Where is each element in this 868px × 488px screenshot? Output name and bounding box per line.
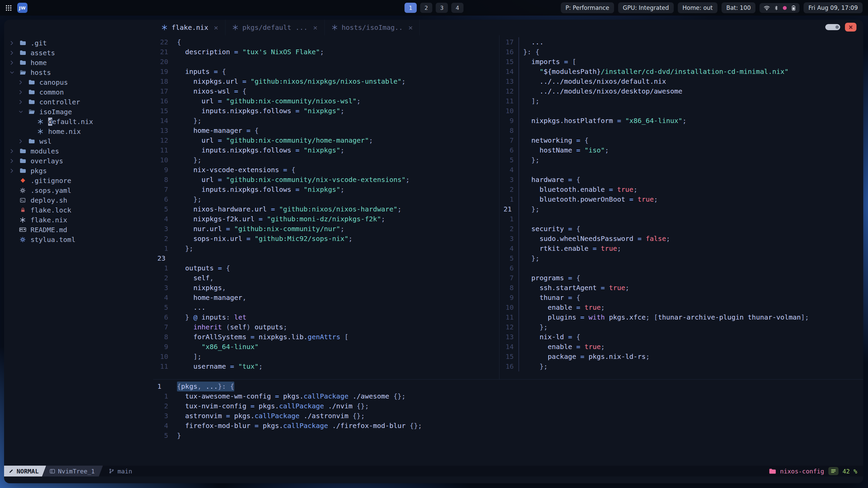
tree-item-home.nix[interactable]: home.nix (4, 126, 153, 136)
code-text: ../../modules/nixos/desktop/awesome (523, 86, 683, 96)
code-line: 10 enable = true; (499, 303, 863, 312)
tree-item-stylua.toml[interactable]: stylua.toml (4, 235, 153, 244)
code-line: 8 (499, 126, 863, 136)
tab-close-icon[interactable]: × (214, 23, 218, 32)
code-text: hostName = "iso"; (523, 145, 609, 155)
chevron-right-icon[interactable] (9, 159, 15, 163)
chevron-down-icon[interactable] (18, 110, 24, 113)
workspace-2[interactable]: 2 (420, 3, 432, 13)
file-tree[interactable]: .gitassetshomehostscanopuscommoncontroll… (4, 35, 153, 466)
chevron-right-icon[interactable] (18, 139, 24, 143)
buffer-tab-hosts-isoImag..[interactable]: hosts/isoImag..× (325, 20, 420, 35)
tree-item-flake.nix[interactable]: flake.nix (4, 215, 153, 225)
tab-close-icon[interactable]: × (313, 23, 317, 32)
code-text: package = pkgs.nix-ld-rs; (523, 352, 650, 362)
code-line: 4 firefox-mod-blur = pkgs.callPackage ./… (153, 421, 863, 431)
chevron-right-icon[interactable] (18, 90, 24, 94)
tree-item-hosts[interactable]: hosts (4, 67, 153, 77)
chevron-right-icon[interactable] (9, 149, 15, 153)
code-line: 1 }; (153, 244, 499, 253)
battery-icon[interactable] (792, 5, 795, 11)
tree-item-modules[interactable]: modules (4, 146, 153, 156)
tree-item-controller[interactable]: controller (4, 97, 153, 107)
tree-item-default.nix[interactable]: default.nix (4, 117, 153, 126)
tree-item-deploy.sh[interactable]: deploy.sh (4, 195, 153, 205)
pane-flake-nix[interactable]: 22{21 description = "tux's NixOS Flake";… (153, 35, 499, 379)
workspace-1[interactable]: 1 (405, 3, 417, 13)
bluetooth-icon[interactable] (775, 5, 778, 11)
nix-icon (36, 119, 45, 125)
code-line: 3 hardware = { (499, 175, 863, 185)
chevron-right-icon[interactable] (9, 51, 15, 55)
line-number: 13 (499, 332, 519, 342)
chevron-right-icon[interactable] (18, 80, 24, 84)
workspace-3[interactable]: 3 (436, 3, 448, 13)
code-text: networking = { (523, 136, 589, 145)
line-number: 13 (499, 77, 519, 86)
chevron-right-icon[interactable] (9, 41, 15, 45)
chevron-right-icon[interactable] (9, 61, 15, 65)
line-number: 7 (499, 273, 519, 283)
tree-item-README.md[interactable]: README.md (4, 225, 153, 235)
window-pill-button[interactable] (825, 24, 840, 30)
line-number: 3 (153, 224, 173, 234)
buffer-tab-flake.nix[interactable]: flake.nix× (155, 20, 225, 35)
code-text: hardware = { (523, 175, 580, 185)
folder-icon (27, 99, 36, 104)
line-number: 1 (153, 244, 173, 253)
code-line: 12 url = "github:nix-community/home-mana… (153, 136, 499, 145)
code-text: ../../modules/nixos/default.nix (523, 77, 666, 86)
status-chip-3[interactable]: Bat: 100 (722, 2, 755, 13)
tree-item-.sops.yaml[interactable]: .sops.yaml (4, 185, 153, 195)
status-chip-0[interactable]: P: Performance (561, 2, 614, 13)
code-text: nur.url = "github:nix-community/nur"; (177, 224, 344, 234)
tree-item-wsl[interactable]: wsl (4, 136, 153, 146)
tree-item-pkgs[interactable]: pkgs (4, 166, 153, 176)
workspace-4[interactable]: 4 (451, 3, 463, 13)
code-line: 3 nur.url = "github:nix-community/nur"; (153, 224, 499, 234)
tree-item-flake.lock[interactable]: flake.lock (4, 205, 153, 215)
line-number: 17 (499, 37, 519, 47)
window-close-button[interactable]: × (845, 23, 856, 32)
code-line: 5 }; (499, 253, 863, 263)
tab-close-icon[interactable]: × (408, 23, 413, 32)
code-line: 12 ../../modules/nixos/desktop/awesome (499, 86, 863, 96)
pane-pkgs-default-nix[interactable]: 1{pkgs, ...}: {1 tux-awesome-wm-config =… (153, 379, 863, 466)
chevron-right-icon[interactable] (9, 169, 15, 173)
tree-item-overlays[interactable]: overlays (4, 156, 153, 166)
line-number: 8 (153, 332, 173, 342)
tree-item-isoImage[interactable]: isoImage (4, 107, 153, 117)
status-chip-1[interactable]: GPU: Integrated (618, 2, 674, 13)
code-line: 7 networking = { (499, 136, 863, 145)
app-launcher-icon[interactable] (5, 5, 12, 11)
code-text: nix-vscode-extensions = { (177, 165, 295, 175)
status-chip-2[interactable]: Home: out (678, 2, 717, 13)
line-number: 16 (153, 96, 173, 106)
code-text: }; (523, 253, 539, 263)
tree-item-.gitignore[interactable]: .gitignore (4, 176, 153, 185)
logo-badge[interactable]: JW (17, 3, 27, 13)
folder-icon (18, 40, 27, 45)
line-number: 5 (499, 253, 519, 263)
tree-item-assets[interactable]: assets (4, 48, 153, 58)
code-text (523, 165, 527, 175)
pane-hosts-isoimage[interactable]: 17 ...16}: {15 imports = [14 "${modulesP… (499, 35, 863, 379)
color-dot-icon[interactable] (783, 6, 787, 10)
tree-item-.git[interactable]: .git (4, 38, 153, 48)
clock[interactable]: Fri Aug 09, 17:09 (804, 2, 863, 13)
chevron-down-icon[interactable] (9, 71, 15, 74)
wifi-icon[interactable] (764, 5, 770, 11)
tree-item-common[interactable]: common (4, 87, 153, 97)
folder-icon (27, 89, 36, 95)
command-line[interactable] (4, 476, 863, 483)
code-text: } (177, 431, 181, 441)
topbar-right: P: PerformanceGPU: IntegratedHome: outBa… (561, 2, 863, 13)
chevron-right-icon[interactable] (18, 100, 24, 104)
topbar-chips: P: PerformanceGPU: IntegratedHome: outBa… (561, 2, 756, 13)
tree-item-canopus[interactable]: canopus (4, 77, 153, 87)
tree-item-home[interactable]: home (4, 58, 153, 67)
scroll-percent: 42 % (843, 468, 857, 475)
workspace-switcher: 1234 (405, 3, 463, 13)
buffer-tab-pkgs-default-...[interactable]: pkgs/default ...× (225, 20, 325, 35)
nix-file-icon (232, 24, 238, 30)
